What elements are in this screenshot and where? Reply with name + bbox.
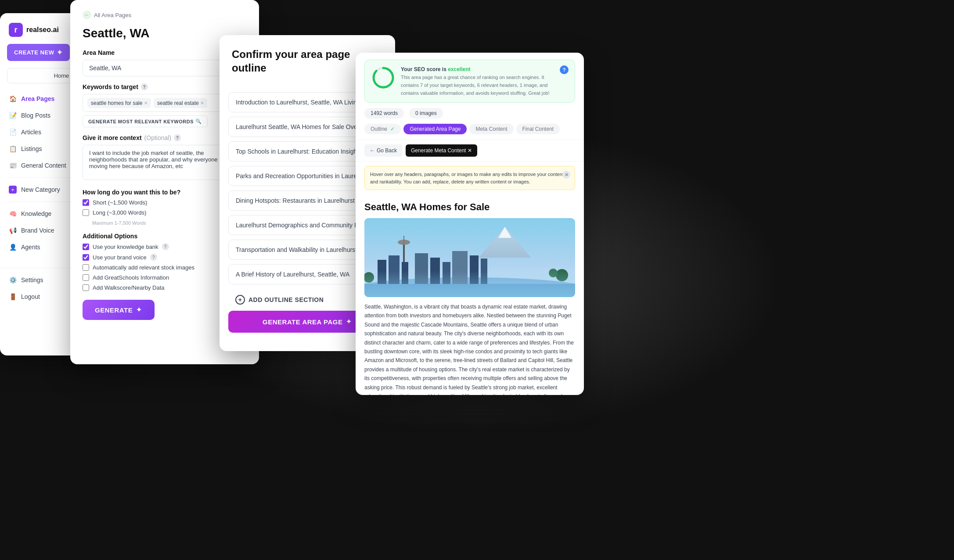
seo-score-text: Your SEO score is excellent This area pa… [401,65,554,97]
generated-header: Your SEO score is excellent This area pa… [356,53,584,140]
logout-icon: 🚪 [9,293,17,301]
sidebar-item-label: Listings [21,145,42,152]
hover-hint-box: ✕ Hover over any headers, paragraphs, or… [364,166,575,190]
svg-rect-16 [452,251,468,284]
content-title: Seattle, WA Homes for Sale [364,201,575,213]
knowledge-help-icon[interactable]: ? [162,243,169,250]
plus-category-icon: + [9,186,17,194]
svg-rect-11 [389,255,400,284]
meta-close-icon: ✕ [468,147,472,154]
svg-point-1 [374,68,393,87]
back-label: All Area Pages [94,12,131,18]
generate-sparkle-icon: ✦ [136,306,142,314]
svg-rect-12 [402,262,408,284]
sidebar-item-label: Area Pages [21,95,54,102]
content-paragraph: Seattle, Washington, is a vibrant city t… [364,302,575,395]
knowledge-bank-checkbox[interactable] [83,244,89,250]
search-icon: 🔍 [195,118,202,124]
add-section-label: ADD OUTLINE SECTION [248,296,324,303]
walkscore-checkbox[interactable] [83,284,89,291]
seattle-image [364,218,575,297]
sidebar-item-label: Articles [21,129,41,136]
keyword-tag: seattle homes for sale × [87,98,151,108]
generate-label: GENERATE [95,306,133,314]
svg-point-19 [364,272,374,283]
sidebar-item-label: New Category [21,186,60,193]
sidebar-item-label: Settings [21,276,43,284]
generated-actions: ← Go Back Generate Meta Content ✕ [356,140,584,162]
generate-page-label: GENERATE AREA PAGE [263,318,342,326]
brand-voice-checkbox[interactable] [83,254,89,261]
images-count-badge: 0 images [409,108,443,118]
hint-close-icon[interactable]: ✕ [562,171,570,179]
go-back-label: Go Back [377,147,397,154]
remove-keyword-icon[interactable]: × [201,100,204,106]
keywords-help-icon[interactable]: ? [141,83,148,90]
generated-panel: Your SEO score is excellent This area pa… [356,53,584,395]
tab-generated-area-page[interactable]: Generated Area Page [403,124,467,134]
greatschools-checkbox[interactable] [83,274,89,281]
content-area: Seattle, WA Homes for Sale [356,194,584,395]
svg-point-5 [364,277,575,297]
create-new-label: CREATE NEW [14,49,54,56]
sidebar-item-label: Blog Posts [21,112,50,119]
general-icon: 📰 [9,162,17,169]
sidebar-item-label: Brand Voice [21,227,54,234]
hover-hint-text: Hover over any headers, paragraphs, or i… [370,172,564,184]
outline-check-icon: ✓ [390,126,395,132]
tab-outline[interactable]: Outline ✓ [364,124,401,134]
svg-rect-18 [481,258,487,284]
logo-icon: r [9,23,23,37]
generate-button[interactable]: GENERATE ✦ [83,300,155,320]
form-header: ← All Area Pages Seattle, WA [70,0,259,40]
article-icon: 📄 [9,128,17,136]
back-link[interactable]: ← All Area Pages [83,11,247,19]
generate-keywords-button[interactable]: GENERATE MOST RELEVANT KEYWORDS 🔍 [83,115,208,127]
context-help-icon[interactable]: ? [174,134,181,141]
seo-score-circle [371,65,396,90]
sidebar-item-label: Logout [21,293,40,300]
stock-images-checkbox[interactable] [83,264,89,271]
svg-point-21 [549,269,558,277]
seo-excellent-label: excellent [448,66,470,72]
svg-rect-13 [415,253,428,284]
seo-score-bar: Your SEO score is excellent This area pa… [364,60,575,103]
length-long-checkbox[interactable] [83,209,89,216]
svg-point-20 [556,269,568,281]
agents-icon: 👤 [9,243,17,251]
listings-icon: 📋 [9,145,17,153]
plus-icon: ✦ [57,48,63,57]
keyword-tag: seattle real estate × [154,98,207,108]
create-new-button[interactable]: CREATE NEW ✦ [7,44,70,61]
words-count-badge: 1492 words [364,108,404,118]
stats-row: 1492 words 0 images [364,108,575,118]
tab-meta-content[interactable]: Meta Content [469,124,513,134]
sidebar-item-label: Agents [21,244,40,251]
tab-bar: Outline ✓ Generated Area Page Meta Conte… [364,124,575,134]
context-optional: (Optional) [144,134,171,141]
svg-rect-15 [443,262,450,284]
seo-help-icon[interactable]: ? [560,65,569,74]
svg-rect-14 [430,258,440,284]
generate-meta-label: Generate Meta Content [411,147,466,154]
sidebar-item-label: Knowledge [21,210,51,217]
back-arrow-icon: ← [370,147,375,154]
sidebar-item-label: General Content [21,162,66,169]
logo-name: realseo.ai [26,26,59,34]
go-back-button[interactable]: ← Go Back [364,144,402,157]
svg-rect-6 [364,284,575,297]
add-circle-icon: + [235,295,245,305]
home-icon: 🏠 [9,95,17,103]
svg-rect-10 [378,260,386,284]
brand-voice-icon: 📢 [9,226,17,234]
generate-meta-content-button[interactable]: Generate Meta Content ✕ [406,144,477,157]
length-short-checkbox[interactable] [83,199,89,206]
svg-rect-17 [470,255,479,284]
blog-icon: 📝 [9,111,17,119]
remove-keyword-icon[interactable]: × [144,100,148,106]
brand-voice-help-icon[interactable]: ? [150,254,157,261]
tab-final-content[interactable]: Final Content [516,124,560,134]
svg-rect-9 [403,236,404,244]
settings-icon: ⚙️ [9,276,17,284]
knowledge-icon: 🧠 [9,210,17,218]
